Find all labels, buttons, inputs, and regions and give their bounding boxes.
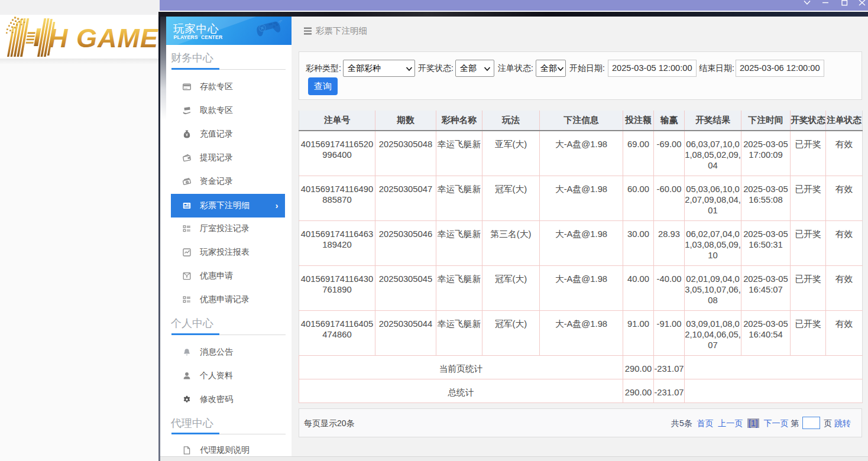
svg-text:H GAME: H GAME (48, 23, 159, 53)
